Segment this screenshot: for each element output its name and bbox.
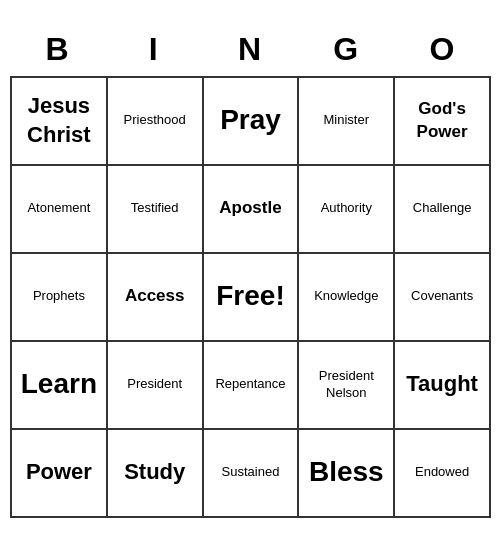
bingo-grid: Jesus ChristPriesthoodPrayMinisterGod's … [10,76,491,518]
bingo-cell: Pray [204,78,300,166]
bingo-cell: God's Power [395,78,491,166]
bingo-cell: Endowed [395,430,491,518]
bingo-cell: Apostle [204,166,300,254]
bingo-cell: Knowledge [299,254,395,342]
bingo-cell: Authority [299,166,395,254]
header-letter: B [10,27,106,72]
header-letter: O [395,27,491,72]
bingo-cell: Prophets [12,254,108,342]
bingo-cell: Minister [299,78,395,166]
bingo-cell: Power [12,430,108,518]
bingo-card: BINGO Jesus ChristPriesthoodPrayMinister… [0,17,501,528]
bingo-cell: Jesus Christ [12,78,108,166]
bingo-cell: Repentance [204,342,300,430]
bingo-cell: President [108,342,204,430]
bingo-cell: Covenants [395,254,491,342]
bingo-cell: Priesthood [108,78,204,166]
bingo-cell: Sustained [204,430,300,518]
bingo-header: BINGO [10,27,491,72]
header-letter: G [299,27,395,72]
bingo-cell: Testified [108,166,204,254]
bingo-cell: Free! [204,254,300,342]
bingo-cell: Atonement [12,166,108,254]
bingo-cell: Access [108,254,204,342]
header-letter: N [202,27,298,72]
bingo-cell: Learn [12,342,108,430]
bingo-cell: Challenge [395,166,491,254]
header-letter: I [106,27,202,72]
bingo-cell: Taught [395,342,491,430]
bingo-cell: Study [108,430,204,518]
bingo-cell: President Nelson [299,342,395,430]
bingo-cell: Bless [299,430,395,518]
